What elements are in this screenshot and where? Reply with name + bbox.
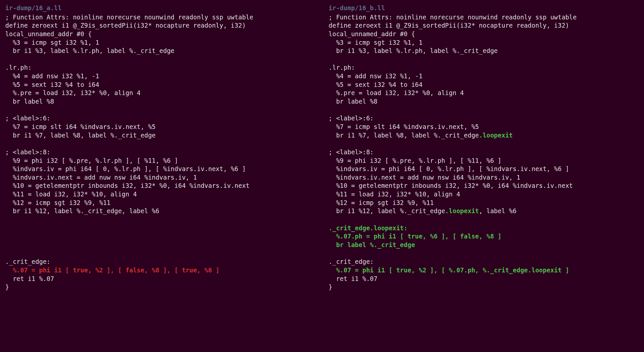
right-line[interactable]: %7 = icmp slt i64 %indvars.iv.next, %5 xyxy=(329,123,639,131)
right-line[interactable]: br i1 %3, label %.lr.ph, label %._crit_e… xyxy=(329,47,639,55)
left-line[interactable] xyxy=(5,232,315,241)
left-line[interactable]: ; <label>:6: xyxy=(5,114,315,123)
right-line[interactable]: br label %._crit_edge xyxy=(329,241,639,249)
right-file-header: ir-dump/16_b.ll xyxy=(329,4,639,13)
right-line[interactable]: ; Function Attrs: noinline norecurse nou… xyxy=(329,13,639,22)
right-line[interactable]: ret i1 %.07 xyxy=(329,275,639,283)
diff-segment: .loopexit xyxy=(445,207,479,214)
left-line[interactable]: local_unnamed_addr #0 { xyxy=(5,30,315,38)
left-line[interactable]: ; Function Attrs: noinline norecurse nou… xyxy=(5,13,315,22)
left-line[interactable] xyxy=(5,224,315,233)
diff-segment: , label %6 xyxy=(479,207,517,214)
left-line[interactable]: %12 = icmp sgt i32 %9, %11 xyxy=(5,199,315,207)
right-line[interactable]: ._crit_edge.loopexit: xyxy=(329,224,639,233)
right-line[interactable] xyxy=(329,249,639,258)
left-line[interactable]: ._crit_edge: xyxy=(5,258,315,266)
left-line[interactable]: %indvars.iv = phi i64 [ 0, %.lr.ph ], [ … xyxy=(5,165,315,173)
right-line[interactable]: %3 = icmp sgt i32 %1, 1 xyxy=(329,38,639,47)
right-line[interactable]: local_unnamed_addr #0 { xyxy=(329,30,639,38)
left-line[interactable] xyxy=(5,106,315,114)
left-line[interactable] xyxy=(5,215,315,224)
left-pane: ir-dump/16_a.ll ; Function Attrs: noinli… xyxy=(5,4,315,291)
right-line[interactable]: %12 = icmp sgt i32 %9, %11 xyxy=(329,199,639,207)
right-line[interactable]: %5 = sext i32 %4 to i64 xyxy=(329,81,639,89)
right-line[interactable] xyxy=(329,215,639,224)
right-line[interactable]: define zeroext i1 @_Z9is_sortedPii(i32* … xyxy=(329,21,639,30)
left-line[interactable]: %11 = load i32, i32* %10, align 4 xyxy=(5,190,315,199)
left-line[interactable]: %indvars.iv.next = add nuw nsw i64 %indv… xyxy=(5,173,315,182)
right-line[interactable]: %.pre = load i32, i32* %0, align 4 xyxy=(329,89,639,97)
diff-segment: .loopexit xyxy=(479,132,513,139)
left-line[interactable]: br i1 %12, label %._crit_edge, label %6 xyxy=(5,207,315,215)
right-line[interactable] xyxy=(329,139,639,148)
left-line[interactable]: %.07 = phi i1 [ true, %2 ], [ false, %8 … xyxy=(5,266,315,275)
right-line[interactable]: .lr.ph: xyxy=(329,63,639,72)
left-line[interactable]: } xyxy=(5,283,315,291)
left-line[interactable] xyxy=(5,249,315,258)
right-line[interactable]: } xyxy=(329,283,639,291)
left-code[interactable]: ; Function Attrs: noinline norecurse nou… xyxy=(5,13,315,291)
right-line[interactable]: %indvars.iv.next = add nuw nsw i64 %indv… xyxy=(329,173,639,182)
right-pane: ir-dump/16_b.ll ; Function Attrs: noinli… xyxy=(329,4,639,291)
diff-segment: br i1 %12, label %._crit_edge xyxy=(329,207,445,214)
left-line[interactable] xyxy=(5,139,315,148)
left-line[interactable]: %3 = icmp sgt i32 %1, 1 xyxy=(5,38,315,47)
right-line[interactable]: %9 = phi i32 [ %.pre, %.lr.ph ], [ %11, … xyxy=(329,157,639,165)
left-line[interactable]: define zeroext i1 @_Z9is_sortedPii(i32* … xyxy=(5,21,315,30)
left-line[interactable]: .lr.ph: xyxy=(5,63,315,72)
right-line[interactable]: %11 = load i32, i32* %10, align 4 xyxy=(329,190,639,199)
right-line[interactable]: %10 = getelementptr inbounds i32, i32* %… xyxy=(329,182,639,190)
left-line[interactable]: %10 = getelementptr inbounds i32, i32* %… xyxy=(5,182,315,190)
left-line[interactable]: ret i1 %.07 xyxy=(5,275,315,283)
diff-segment: br i1 %7, label %8, label %._crit_edge xyxy=(329,132,479,139)
right-line[interactable] xyxy=(329,106,639,114)
left-line[interactable] xyxy=(5,55,315,64)
right-line[interactable]: ; <label>:6: xyxy=(329,114,639,123)
left-line[interactable]: %.pre = load i32, i32* %0, align 4 xyxy=(5,89,315,97)
left-line[interactable]: %4 = add nsw i32 %1, -1 xyxy=(5,72,315,81)
right-line[interactable]: %4 = add nsw i32 %1, -1 xyxy=(329,72,639,81)
right-code[interactable]: ; Function Attrs: noinline norecurse nou… xyxy=(329,13,639,291)
diff-container: ir-dump/16_a.ll ; Function Attrs: noinli… xyxy=(5,4,639,291)
left-line[interactable]: br label %8 xyxy=(5,97,315,106)
right-line[interactable]: ._crit_edge: xyxy=(329,258,639,266)
right-line[interactable]: %indvars.iv = phi i64 [ 0, %.lr.ph ], [ … xyxy=(329,165,639,173)
left-line[interactable]: ; <label>:8: xyxy=(5,148,315,157)
left-line[interactable]: br i1 %7, label %8, label %._crit_edge xyxy=(5,131,315,140)
right-line[interactable]: br i1 %12, label %._crit_edge.loopexit, … xyxy=(329,207,639,215)
right-line[interactable]: ; <label>:8: xyxy=(329,148,639,157)
right-line[interactable]: %.07 = phi i1 [ true, %2 ], [ %.07.ph, %… xyxy=(329,266,639,275)
right-line[interactable]: br i1 %7, label %8, label %._crit_edge.l… xyxy=(329,131,639,140)
left-line[interactable]: br i1 %3, label %.lr.ph, label %._crit_e… xyxy=(5,47,315,55)
left-line[interactable] xyxy=(5,241,315,249)
left-line[interactable]: %9 = phi i32 [ %.pre, %.lr.ph ], [ %11, … xyxy=(5,157,315,165)
right-line[interactable]: br label %8 xyxy=(329,97,639,106)
left-line[interactable]: %7 = icmp slt i64 %indvars.iv.next, %5 xyxy=(5,123,315,131)
left-file-header: ir-dump/16_a.ll xyxy=(5,4,315,13)
right-line[interactable]: %.07.ph = phi i1 [ true, %6 ], [ false, … xyxy=(329,232,639,241)
right-line[interactable] xyxy=(329,55,639,64)
left-line[interactable]: %5 = sext i32 %4 to i64 xyxy=(5,81,315,89)
